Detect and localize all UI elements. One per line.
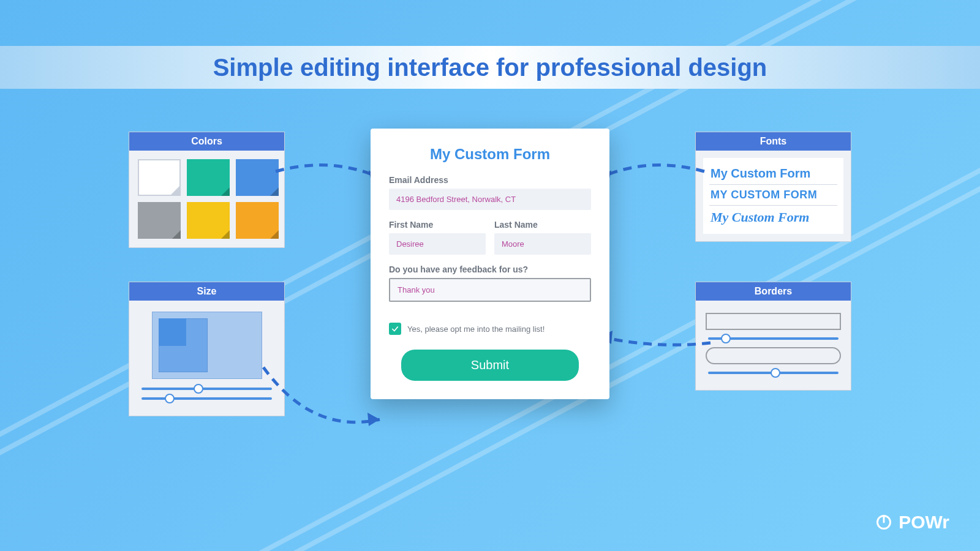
color-swatch-yellow[interactable]	[187, 202, 230, 239]
border-slider-2[interactable]	[708, 372, 839, 374]
last-name-input[interactable]	[494, 233, 591, 255]
fonts-panel: Fonts My Custom Form MY CUSTOM FORM My C…	[695, 132, 851, 242]
colors-panel: Colors	[129, 132, 285, 248]
border-slider-1[interactable]	[708, 337, 839, 340]
feedback-input[interactable]	[389, 278, 591, 302]
font-sample-2[interactable]: MY CUSTOM FORM	[709, 185, 837, 206]
border-sample-square	[706, 313, 841, 330]
color-swatch-green[interactable]	[187, 159, 230, 196]
powr-logo: POWr	[875, 512, 949, 533]
brand-name: POWr	[899, 512, 949, 533]
size-panel-title: Size	[129, 282, 284, 301]
font-sample-1[interactable]: My Custom Form	[709, 163, 837, 185]
first-name-input[interactable]	[389, 233, 486, 255]
size-slider-1[interactable]	[141, 388, 272, 390]
color-swatch-white[interactable]	[138, 159, 181, 196]
email-label: Email Address	[389, 175, 591, 185]
header-banner: Simple editing interface for professiona…	[0, 46, 980, 89]
colors-panel-title: Colors	[129, 132, 284, 151]
borders-panel: Borders	[695, 282, 851, 391]
email-input[interactable]	[389, 189, 591, 210]
first-name-label: First Name	[389, 220, 486, 230]
size-slider-2[interactable]	[141, 397, 272, 400]
borders-panel-title: Borders	[696, 282, 851, 301]
form-title: My Custom Form	[389, 146, 591, 163]
opt-in-label: Yes, please opt me into the mailing list…	[407, 324, 545, 334]
color-swatch-gray[interactable]	[138, 202, 181, 239]
fonts-panel-title: Fonts	[696, 132, 851, 151]
border-slider-2-thumb[interactable]	[771, 368, 780, 378]
border-sample-round	[706, 347, 841, 364]
last-name-label: Last Name	[494, 220, 591, 230]
opt-in-checkbox[interactable]	[389, 323, 401, 335]
size-slider-2-thumb[interactable]	[165, 394, 175, 403]
size-panel: Size	[129, 282, 285, 416]
size-slider-1-thumb[interactable]	[194, 384, 203, 394]
color-swatch-orange[interactable]	[236, 202, 279, 239]
feedback-label: Do you have any feedback for us?	[389, 264, 591, 274]
form-preview-card: My Custom Form Email Address First Name …	[371, 129, 609, 399]
check-icon	[391, 324, 399, 333]
power-icon	[875, 514, 892, 531]
border-slider-1-thumb[interactable]	[721, 334, 731, 343]
size-preview	[152, 312, 262, 379]
color-swatch-blue[interactable]	[236, 159, 279, 196]
font-sample-3[interactable]: My Custom Form	[709, 206, 837, 229]
submit-button[interactable]: Submit	[401, 350, 579, 381]
svg-marker-2	[368, 413, 380, 426]
page-title: Simple editing interface for professiona…	[213, 54, 767, 81]
